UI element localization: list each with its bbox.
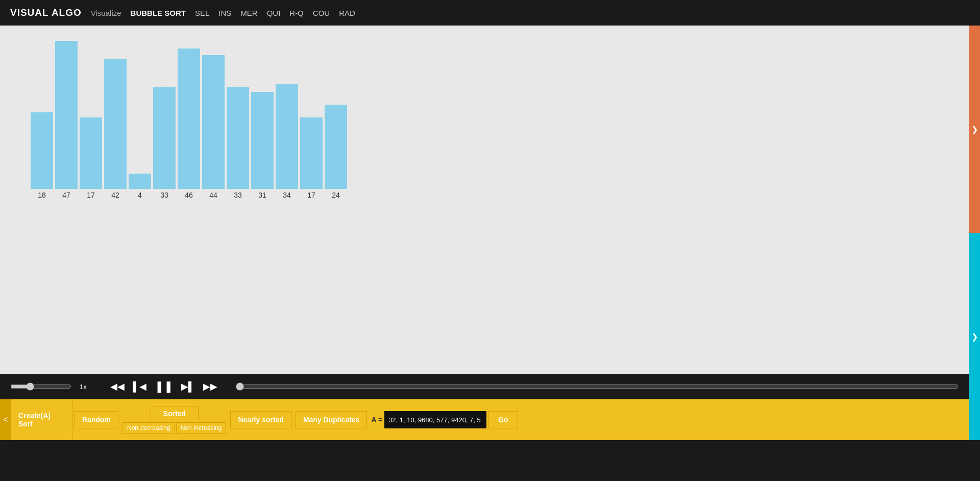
progress-slider[interactable] xyxy=(236,382,959,391)
bar-container: 18 xyxy=(31,112,53,199)
nav-sel[interactable]: SEL xyxy=(195,9,209,17)
nearly-sorted-btn[interactable]: Nearly sorted xyxy=(230,411,291,428)
right-panel-bottom[interactable]: ❯ xyxy=(969,233,980,440)
bar-label: 46 xyxy=(178,191,200,199)
bar-label: 24 xyxy=(325,191,347,199)
array-input[interactable] xyxy=(384,411,486,428)
bar-container: 34 xyxy=(276,84,298,199)
non-increasing-btn[interactable]: Non-increasing xyxy=(176,422,227,434)
bar-container: 44 xyxy=(202,55,225,199)
nav-qui[interactable]: QUI xyxy=(267,9,281,17)
speed-slider[interactable] xyxy=(10,382,71,391)
create-sort-area: Create(A) Sort xyxy=(11,399,72,440)
bar-label: 42 xyxy=(104,191,127,199)
playback-bar: 1x ◀◀ ▌◀ ❚❚ ▶▌ ▶▶ xyxy=(0,374,969,399)
step-back-btn[interactable]: ▌◀ xyxy=(133,381,146,392)
nav-rq[interactable]: R-Q xyxy=(289,9,304,17)
bar-container: 33 xyxy=(153,87,176,199)
go-btn[interactable]: Go xyxy=(488,411,518,428)
create-label[interactable]: Create(A) xyxy=(18,412,51,420)
many-duplicates-btn[interactable]: Many Duplicates xyxy=(296,411,367,428)
current-algorithm: BUBBLE SORT xyxy=(131,9,186,17)
bar xyxy=(325,105,347,189)
nav-cou[interactable]: COU xyxy=(313,9,330,17)
bar-container: 42 xyxy=(104,59,127,199)
bar-label: 33 xyxy=(227,191,249,199)
bar-container: 46 xyxy=(178,49,200,199)
skip-start-btn[interactable]: ◀◀ xyxy=(110,381,125,392)
bar xyxy=(178,49,200,189)
bottom-controls: < Create(A) Sort Random Sorted Non-decre… xyxy=(0,399,969,440)
skip-end-btn[interactable]: ▶▶ xyxy=(203,381,217,392)
bar-label: 47 xyxy=(55,191,78,199)
bar-label: 44 xyxy=(202,191,225,199)
bar xyxy=(31,112,53,189)
random-btn[interactable]: Random xyxy=(75,411,118,428)
bar-label: 17 xyxy=(300,191,323,199)
bar xyxy=(80,117,102,189)
bar xyxy=(153,87,176,189)
sorted-btn[interactable]: Sorted xyxy=(151,406,199,421)
non-decreasing-btn[interactable]: Non-decreasing xyxy=(122,422,175,434)
array-label: A = xyxy=(371,416,382,424)
bar-container: 17 xyxy=(80,117,102,199)
bar xyxy=(129,174,151,189)
bar xyxy=(251,92,274,189)
bar xyxy=(104,59,127,189)
bar-container: 33 xyxy=(227,87,249,199)
sorted-group: Sorted Non-decreasing Non-increasing xyxy=(122,406,226,434)
bar-label: 18 xyxy=(31,191,53,199)
bar-container: 47 xyxy=(55,41,78,199)
visualize-link[interactable]: Visualize xyxy=(91,9,121,17)
bar-label: 4 xyxy=(129,191,151,199)
sort-label[interactable]: Sort xyxy=(18,420,33,428)
speed-label: 1x xyxy=(80,383,92,391)
bar-label: 33 xyxy=(153,191,176,199)
right-panel-top[interactable]: ❯ xyxy=(969,26,980,233)
bar-container: 17 xyxy=(300,117,323,199)
bar-label: 31 xyxy=(251,191,274,199)
step-forward-btn[interactable]: ▶▌ xyxy=(181,381,195,392)
bar xyxy=(55,41,78,189)
bar-label: 34 xyxy=(276,191,298,199)
bar xyxy=(276,84,298,189)
bar xyxy=(227,87,249,189)
bar-container: 4 xyxy=(129,174,151,199)
chart-area: 1847174243346443331341724 xyxy=(31,41,347,199)
brand-logo: VISUAL ALGO xyxy=(10,7,82,18)
nav-mer[interactable]: MER xyxy=(240,9,257,17)
left-arrow-btn[interactable]: < xyxy=(0,399,11,440)
nav-ins[interactable]: INS xyxy=(218,9,231,17)
bar-container: 31 xyxy=(251,92,274,199)
bar-label: 17 xyxy=(80,191,102,199)
bar xyxy=(202,55,225,189)
bar-container: 24 xyxy=(325,105,347,199)
pause-btn[interactable]: ❚❚ xyxy=(155,380,173,393)
bar xyxy=(300,117,323,189)
nav-rad[interactable]: RAD xyxy=(339,9,355,17)
